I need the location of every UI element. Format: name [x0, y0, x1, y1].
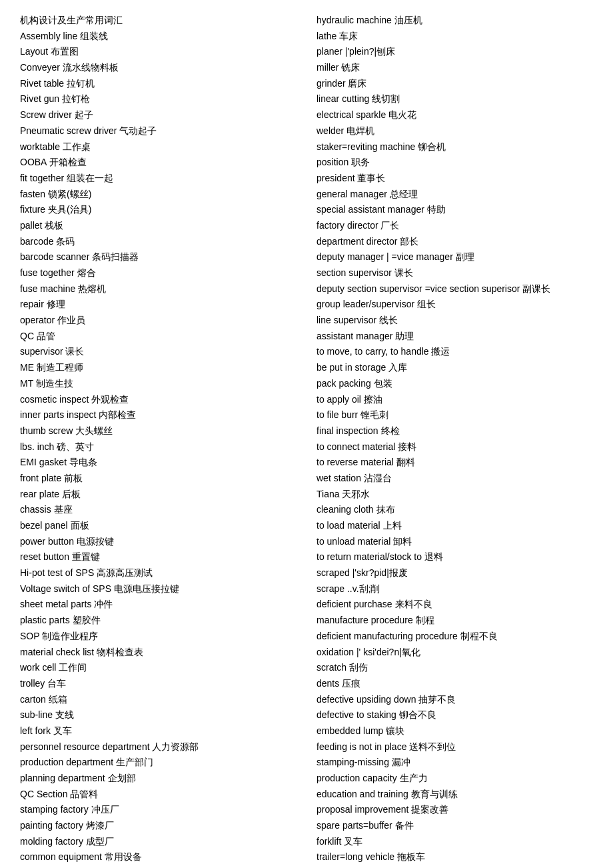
left-vocab-item-51: painting factory 烤漆厂 [20, 819, 297, 833]
right-vocab-item-13: factory director 厂长 [316, 219, 593, 233]
left-vocab-item-52: molding factory 成型厂 [20, 835, 297, 849]
left-vocab-item-13: pallet 栈板 [20, 219, 297, 233]
right-vocab-item-22: be put in storage 入库 [316, 361, 593, 375]
main-layout: 机构设计及生产常用词汇Assembly line 组装线Layout 布置图Co… [20, 13, 593, 868]
left-vocab-item-7: Pneumatic screw driver 气动起子 [20, 124, 297, 139]
left-vocab-item-35: Hi-pot test of SPS 高源高压测试 [20, 566, 297, 581]
right-vocab-item-39: deficient manufacturing procedure 制程不良 [316, 629, 593, 644]
right-vocab-item-21: to move, to carry, to handle 搬运 [316, 345, 593, 359]
right-vocab-item-12: special assistant manager 特助 [316, 203, 593, 217]
right-vocab-item-50: proposal improvement 提案改善 [316, 803, 593, 817]
right-vocab-item-10: president 董事长 [316, 171, 593, 186]
left-vocab-item-18: repair 修理 [20, 297, 297, 312]
right-vocab-item-25: to file burr 锉毛刺 [316, 408, 593, 423]
right-vocab-item-16: section supervisor 课长 [316, 266, 593, 281]
right-vocab-item-35: scraped |'skr?pid|报废 [316, 566, 593, 581]
right-vocab-item-37: deficient purchase 来料不良 [316, 597, 593, 612]
left-vocab-item-31: chassis 基座 [20, 503, 297, 517]
left-vocab-item-46: personnel resource department 人力资源部 [20, 740, 297, 755]
right-vocab-item-3: miller 铣床 [316, 61, 593, 75]
left-vocab-item-26: thumb screw 大头螺丝 [20, 424, 297, 439]
left-vocab-item-17: fuse machine 热熔机 [20, 282, 297, 297]
left-vocab-item-40: material check list 物料检查表 [20, 645, 297, 660]
left-vocab-item-47: production department 生产部门 [20, 755, 297, 770]
left-vocab-item-25: inner parts inspect 内部检查 [20, 408, 297, 423]
right-vocab-item-47: stamping-missing 漏冲 [316, 755, 593, 770]
left-vocab-item-16: fuse together 熔合 [20, 266, 297, 281]
right-vocab-item-18: group leader/supervisor 组长 [316, 297, 593, 312]
left-vocab-item-6: Screw driver 起子 [20, 108, 297, 123]
left-vocab-item-5: Rivet gun 拉钉枪 [20, 92, 297, 107]
right-vocab-item-31: cleaning cloth 抹布 [316, 503, 593, 517]
right-vocab-item-49: education and training 教育与训练 [316, 787, 593, 802]
right-vocab-item-41: scratch 刮伤 [316, 661, 593, 675]
left-vocab-item-44: sub-line 支线 [20, 708, 297, 723]
right-vocab-item-30: Tiana 天邪水 [316, 487, 593, 502]
right-vocab-item-48: production capacity 生产力 [316, 771, 593, 786]
left-vocab-item-37: sheet metal parts 冲件 [20, 597, 297, 612]
left-vocab-item-23: MT 制造生技 [20, 377, 297, 391]
right-vocab-item-0: hydraulic machine 油压机 [316, 13, 593, 28]
left-vocab-item-14: barcode 条码 [20, 235, 297, 249]
right-vocab-item-34: to return material/stock to 退料 [316, 550, 593, 565]
right-vocab-item-46: feeding is not in place 送料不到位 [316, 740, 593, 755]
left-vocab-item-22: ME 制造工程师 [20, 361, 297, 375]
left-column: 机构设计及生产常用词汇Assembly line 组装线Layout 布置图Co… [20, 13, 310, 868]
right-vocab-item-42: dents 压痕 [316, 677, 593, 691]
right-vocab-item-28: to reverse material 翻料 [316, 455, 593, 470]
right-vocab-item-7: welder 电焊机 [316, 124, 593, 139]
right-vocab-item-38: manufacture procedure 制程 [316, 613, 593, 628]
right-vocab-item-23: pack packing 包装 [316, 377, 593, 391]
right-vocab-item-27: to connect material 接料 [316, 440, 593, 455]
left-vocab-item-42: trolley 台车 [20, 677, 297, 691]
left-vocab-item-15: barcode scanner 条码扫描器 [20, 250, 297, 265]
right-vocab-item-2: planer |'plein?|刨床 [316, 45, 593, 59]
right-vocab-item-40: oxidation |' ksi'dei?n|氧化 [316, 645, 593, 660]
left-vocab-item-39: SOP 制造作业程序 [20, 629, 297, 644]
right-vocab-item-51: spare parts=buffer 备件 [316, 819, 593, 833]
left-vocab-item-50: stamping factory 冲压厂 [20, 803, 297, 817]
left-vocab-item-34: reset button 重置键 [20, 550, 297, 565]
left-vocab-item-53: common equipment 常用设备 [20, 850, 297, 865]
right-vocab-item-53: trailer=long vehicle 拖板车 [316, 850, 593, 865]
left-vocab-item-41: work cell 工作间 [20, 661, 297, 675]
left-vocab-item-43: carton 纸箱 [20, 693, 297, 707]
right-vocab-item-44: defective to staking 铆合不良 [316, 708, 593, 723]
left-vocab-item-38: plastic parts 塑胶件 [20, 613, 297, 628]
left-vocab-item-19: operator 作业员 [20, 313, 297, 328]
right-vocab-item-5: linear cutting 线切割 [316, 92, 593, 107]
right-vocab-item-24: to apply oil 擦油 [316, 393, 593, 407]
left-vocab-item-11: fasten 锁紧(螺丝) [20, 187, 297, 202]
left-vocab-item-1: Assembly line 组装线 [20, 29, 297, 44]
right-vocab-item-33: to unload material 卸料 [316, 535, 593, 549]
left-vocab-item-4: Rivet table 拉钉机 [20, 77, 297, 91]
right-vocab-item-52: forklift 叉车 [316, 835, 593, 849]
right-vocab-item-45: embedded lump 镶块 [316, 724, 593, 739]
right-vocab-item-6: electrical sparkle 电火花 [316, 108, 593, 123]
left-vocab-item-24: cosmetic inspect 外观检查 [20, 393, 297, 407]
right-vocab-item-19: line supervisor 线长 [316, 313, 593, 328]
left-vocab-item-9: OOBA 开箱检查 [20, 155, 297, 170]
left-vocab-item-49: QC Section 品管料 [20, 787, 297, 802]
right-vocab-item-32: to load material 上料 [316, 519, 593, 533]
left-vocab-item-20: QC 品管 [20, 329, 297, 344]
right-vocab-item-26: final inspection 终检 [316, 424, 593, 439]
right-vocab-item-4: grinder 磨床 [316, 77, 593, 91]
right-vocab-item-15: deputy manager | =vice manager 副理 [316, 250, 593, 265]
right-vocab-item-17: deputy section supervisor =vice section … [316, 282, 593, 297]
left-vocab-item-3: Conveyer 流水线物料板 [20, 61, 297, 75]
left-vocab-item-48: planning department 企划部 [20, 771, 297, 786]
left-vocab-item-30: rear plate 后板 [20, 487, 297, 502]
left-vocab-item-45: left fork 叉车 [20, 724, 297, 739]
right-vocab-item-43: defective upsiding down 抽芽不良 [316, 693, 593, 707]
right-vocab-item-14: department director 部长 [316, 235, 593, 249]
left-vocab-item-33: power button 电源按键 [20, 535, 297, 549]
left-vocab-item-28: EMI gasket 导电条 [20, 455, 297, 470]
left-vocab-item-29: front plate 前板 [20, 471, 297, 486]
left-vocab-item-32: bezel panel 面板 [20, 519, 297, 533]
right-vocab-item-29: wet station 沾湿台 [316, 471, 593, 486]
left-vocab-item-8: worktable 工作桌 [20, 140, 297, 155]
right-vocab-item-8: staker=reviting machine 铆合机 [316, 140, 593, 155]
right-vocab-item-9: position 职务 [316, 155, 593, 170]
right-column: hydraulic machine 油压机lathe 车床planer |'pl… [310, 13, 593, 868]
